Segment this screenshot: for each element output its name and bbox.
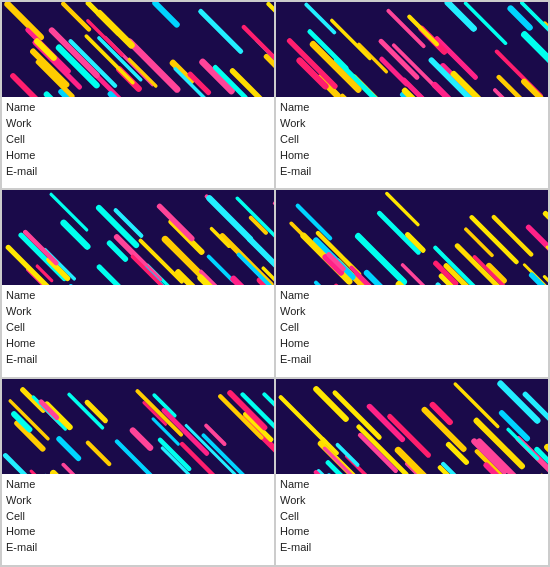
- card-image-2: [276, 2, 548, 97]
- svg-line-154: [5, 455, 32, 473]
- svg-line-159: [88, 442, 109, 463]
- svg-line-8: [266, 57, 274, 94]
- card-5-work_label: Work: [6, 493, 270, 509]
- card-image-3: [2, 190, 274, 285]
- card-3-email_label: E-mail: [6, 352, 270, 368]
- card-2-email_label: E-mail: [280, 164, 544, 180]
- svg-line-79: [99, 267, 122, 285]
- svg-line-21: [201, 11, 241, 51]
- card-6-email_label: E-mail: [280, 540, 544, 556]
- card-1-email_label: E-mail: [6, 164, 270, 180]
- card-2-cell_label: Cell: [280, 132, 544, 148]
- card-info-6: NameWorkCellHomeE-mail: [276, 474, 548, 565]
- card-1-name_label: Name: [6, 100, 270, 116]
- svg-line-24: [99, 13, 131, 45]
- svg-line-224: [440, 467, 471, 473]
- svg-line-70: [342, 96, 368, 97]
- svg-line-56: [525, 35, 548, 79]
- card-6: NameWorkCellHomeE-mail: [275, 378, 549, 566]
- svg-line-0: [8, 4, 41, 37]
- svg-line-166: [133, 430, 150, 447]
- card-info-4: NameWorkCellHomeE-mail: [276, 285, 548, 376]
- svg-line-122: [316, 283, 361, 285]
- card-1-cell_label: Cell: [6, 132, 270, 148]
- card-info-2: NameWorkCellHomeE-mail: [276, 97, 548, 188]
- card-2-home_label: Home: [280, 148, 544, 164]
- svg-line-67: [511, 9, 530, 28]
- card-5-cell_label: Cell: [6, 509, 270, 525]
- card-info-1: NameWorkCellHomeE-mail: [2, 97, 274, 188]
- card-5: NameWorkCellHomeE-mail: [1, 378, 275, 566]
- card-4: NameWorkCellHomeE-mail: [275, 189, 549, 377]
- card-3-home_label: Home: [6, 336, 270, 352]
- svg-line-7: [268, 4, 274, 45]
- card-4-name_label: Name: [280, 288, 544, 304]
- card-2-name_label: Name: [280, 100, 544, 116]
- svg-line-33: [244, 27, 274, 73]
- svg-line-69: [332, 20, 370, 58]
- svg-line-174: [63, 464, 101, 473]
- card-3: NameWorkCellHomeE-mail: [1, 189, 275, 377]
- svg-line-124: [529, 228, 548, 263]
- card-4-work_label: Work: [280, 304, 544, 320]
- svg-line-164: [87, 402, 105, 420]
- card-4-home_label: Home: [280, 336, 544, 352]
- svg-line-58: [524, 82, 544, 97]
- card-5-home_label: Home: [6, 524, 270, 540]
- svg-line-16: [233, 71, 265, 97]
- svg-line-57: [306, 5, 334, 33]
- card-4-email_label: E-mail: [280, 352, 544, 368]
- svg-line-216: [360, 435, 395, 470]
- card-grid: NameWorkCellHomeE-mailNameWorkCellHomeE-…: [0, 0, 550, 567]
- svg-line-35: [63, 4, 89, 30]
- card-info-3: NameWorkCellHomeE-mail: [2, 285, 274, 376]
- card-6-home_label: Home: [280, 524, 544, 540]
- svg-line-118: [387, 194, 418, 225]
- svg-line-199: [316, 389, 346, 419]
- card-1-home_label: Home: [6, 148, 270, 164]
- card-info-5: NameWorkCellHomeE-mail: [2, 474, 274, 565]
- card-3-cell_label: Cell: [6, 320, 270, 336]
- card-6-name_label: Name: [280, 477, 544, 493]
- card-image-1: [2, 2, 274, 97]
- svg-line-34: [155, 3, 176, 24]
- card-image-4: [276, 190, 548, 285]
- svg-line-173: [204, 435, 246, 474]
- card-2-work_label: Work: [280, 116, 544, 132]
- svg-line-32: [88, 21, 122, 55]
- card-image-5: [2, 379, 274, 474]
- card-1-work_label: Work: [6, 116, 270, 132]
- card-6-cell_label: Cell: [280, 509, 544, 525]
- svg-line-110: [160, 207, 192, 239]
- card-4-cell_label: Cell: [280, 320, 544, 336]
- svg-line-179: [59, 439, 78, 458]
- svg-line-150: [494, 217, 531, 254]
- card-1: NameWorkCellHomeE-mail: [1, 1, 275, 189]
- card-5-email_label: E-mail: [6, 540, 270, 556]
- svg-line-100: [209, 257, 233, 281]
- card-3-name_label: Name: [6, 288, 270, 304]
- card-image-6: [276, 379, 548, 474]
- svg-line-38: [499, 77, 522, 97]
- card-3-work_label: Work: [6, 304, 270, 320]
- card-6-work_label: Work: [280, 493, 544, 509]
- card-5-name_label: Name: [6, 477, 270, 493]
- svg-line-75: [409, 17, 437, 45]
- card-2: NameWorkCellHomeE-mail: [275, 1, 549, 189]
- svg-line-208: [281, 397, 326, 442]
- svg-line-18: [173, 63, 191, 81]
